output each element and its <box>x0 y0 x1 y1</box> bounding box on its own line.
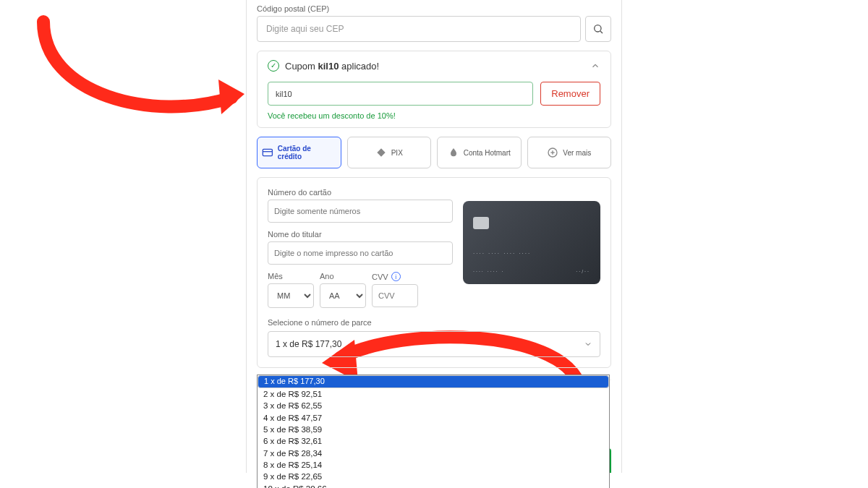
installments-select[interactable]: 1 x de R$ 177,30 <box>268 331 600 357</box>
cep-label: Código postal (CEP) <box>257 4 611 13</box>
hotmart-icon <box>448 147 459 158</box>
cvv-input[interactable] <box>372 284 418 307</box>
payment-method-credit-card[interactable]: Cartão de crédito <box>257 137 341 168</box>
payment-methods: Cartão de crédito PIX Conta Hotmart Ver … <box>257 137 611 168</box>
installments-option[interactable]: 3 x de R$ 62,55 <box>258 400 609 411</box>
installments-dropdown[interactable]: 1 x de R$ 177,30 2 x de R$ 92,51 3 x de … <box>257 374 610 488</box>
payment-method-pix[interactable]: PIX <box>347 137 432 168</box>
card-number-input[interactable] <box>268 200 453 223</box>
plus-circle-icon <box>547 147 558 158</box>
payment-method-label: Conta Hotmart <box>464 149 511 157</box>
installments-selected: 1 x de R$ 177,30 <box>276 339 341 349</box>
cep-row <box>257 16 611 42</box>
coupon-remove-button[interactable]: Remover <box>540 82 600 106</box>
coupon-body: Remover <box>268 82 600 106</box>
payment-method-more[interactable]: Ver mais <box>527 137 612 168</box>
coupon-input[interactable] <box>268 82 533 106</box>
cep-search-button[interactable] <box>585 16 611 42</box>
card-number-label: Número do cartão <box>268 188 453 197</box>
search-icon <box>592 23 604 35</box>
card-preview: ···· ···· ···· ···· ···· ···· ···/·· <box>463 201 600 284</box>
payment-method-label: Ver mais <box>563 149 591 157</box>
card-holder-label: Nome do titular <box>268 230 453 239</box>
installments-option[interactable]: 5 x de R$ 38,59 <box>258 424 609 435</box>
installments-option[interactable]: 9 x de R$ 22,65 <box>258 471 609 482</box>
svg-marker-0 <box>218 80 244 114</box>
svg-line-3 <box>600 31 603 33</box>
coupon-message: Você recebeu um desconto de 10%! <box>268 111 600 120</box>
svg-rect-4 <box>263 149 272 155</box>
credit-card-icon <box>262 147 273 158</box>
card-preview-number: ···· ···· ···· ···· <box>473 250 531 257</box>
payment-panel: Número do cartão Nome do titular Mês MM … <box>257 177 611 368</box>
installments-option[interactable]: 2 x de R$ 92,51 <box>258 388 609 400</box>
coupon-header[interactable]: Cupom kil10 aplicado! <box>268 60 600 72</box>
pix-icon <box>375 147 387 158</box>
check-circle-icon <box>268 60 279 72</box>
chevron-up-icon <box>590 61 600 71</box>
info-icon[interactable]: i <box>391 272 401 281</box>
svg-point-2 <box>595 25 601 32</box>
cvv-label-row: CVV i <box>372 272 418 281</box>
month-select[interactable]: MM <box>268 283 314 308</box>
installments-option[interactable]: 6 x de R$ 32,61 <box>258 435 609 447</box>
chevron-down-icon <box>584 340 592 348</box>
payment-method-hotmart[interactable]: Conta Hotmart <box>437 137 522 168</box>
card-chip-icon <box>473 217 489 229</box>
card-preview-col: ···· ···· ···· ···· ···· ···· ···/·· <box>463 188 600 308</box>
year-select[interactable]: AA <box>320 283 366 308</box>
cvv-label: CVV <box>372 273 388 281</box>
installments-option[interactable]: 1 x de R$ 177,30 <box>258 375 609 388</box>
payment-method-label: PIX <box>391 149 403 157</box>
month-label: Mês <box>268 272 314 281</box>
card-preview-bottom: ···· ···· ···/·· <box>473 269 590 274</box>
annotation-arrow-top <box>22 7 253 130</box>
installments-option[interactable]: 8 x de R$ 25,14 <box>258 459 609 471</box>
installments-label: Selecione o número de parce <box>268 318 600 327</box>
coupon-title: Cupom kil10 aplicado! <box>285 61 584 72</box>
coupon-box: Cupom kil10 aplicado! Remover Você receb… <box>257 51 611 128</box>
cep-input[interactable] <box>257 16 581 42</box>
year-label: Ano <box>320 272 366 281</box>
installments-option[interactable]: 7 x de R$ 28,34 <box>258 448 609 459</box>
card-holder-input[interactable] <box>268 241 453 265</box>
installments-option[interactable]: 10 x de R$ 20,66 <box>258 483 609 488</box>
payment-method-label: Cartão de crédito <box>278 145 336 160</box>
installments-option[interactable]: 4 x de R$ 47,57 <box>258 412 609 424</box>
svg-rect-6 <box>377 148 385 156</box>
